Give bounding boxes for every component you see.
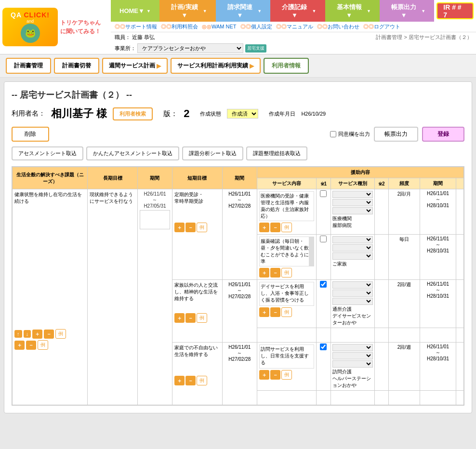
service-type-select-1[interactable] (332, 191, 373, 198)
frequency-1: 2回/月 (390, 191, 418, 198)
status-select[interactable]: 作成済 (227, 109, 258, 119)
nav-basic-button[interactable]: 基本情報▼ (325, 0, 380, 22)
nav-link-settings[interactable]: ◎個人設定 (240, 23, 272, 30)
logo-tagline: トリケアちゃん に聞いてみる！ (60, 18, 101, 36)
short-goal-2-add[interactable]: ＋ (174, 313, 185, 323)
nav-home-button[interactable]: HOME▼ (111, 0, 159, 22)
service-type-select-2c[interactable] (332, 252, 373, 260)
needs-add2-button[interactable]: ＋ (14, 341, 25, 350)
service-type-3-value: 通所介護 (332, 306, 373, 313)
nav-link-manual[interactable]: ◎マニュアル (276, 23, 313, 30)
service-2-add[interactable]: ＋ (259, 268, 269, 277)
import-issue-analysis[interactable]: 課題分析シート取込 (182, 146, 243, 160)
short-goal-3-example[interactable]: 例 (197, 376, 207, 385)
service-type-select-4[interactable] (332, 344, 373, 351)
service-type-select-4c[interactable] (332, 360, 373, 368)
short-goal-1-textarea[interactable]: 定期的受診・ 常時早期受診 (174, 191, 220, 220)
logo-and: and (26, 19, 34, 24)
header-aid-content: 援助内容 (257, 167, 463, 178)
short-goal-1-example[interactable]: 例 (197, 223, 207, 232)
service-content-3-text: デイサービスを利用し、入浴・食事等正しく振る習慣をつける (259, 282, 315, 306)
service-type-select-4b[interactable] (332, 352, 373, 359)
user-label: 利用者名： (12, 109, 45, 118)
needs-add-button[interactable]: ＋ (32, 330, 42, 339)
nav-plan-button[interactable]: 計画/実績▼ (159, 0, 216, 22)
nav-care-button[interactable]: 介護記録▼ (270, 0, 325, 22)
service-detail-3-value: デイサービスセンターおかや (332, 313, 373, 326)
header-service-type: サービス種別 (331, 178, 374, 189)
short-goal-3-add[interactable]: ＋ (174, 376, 185, 385)
sub-nav-plan-switch[interactable]: 計画書切替 (54, 58, 99, 74)
service-content-2-scroll[interactable]: 服薬確認（毎日朝・昼・夕を間違いなく飲むことができるように準 (259, 237, 315, 266)
nav-link-wam[interactable]: ◎WAM NET (202, 24, 237, 30)
service-detail-1-value: 服部病院 (332, 222, 373, 229)
sub-nav-plan-management[interactable]: 計画書管理 (6, 58, 51, 74)
long-period-text: H26/11/01 ～ H27/05/31 (140, 191, 170, 209)
short-goal-3-textarea[interactable]: 家庭での不自由ない生活を維持する (174, 344, 220, 373)
short-goal-1-remove[interactable]: － (185, 223, 196, 232)
delete-button[interactable]: 削除 (12, 127, 49, 142)
header-long-goal: 長期目標 (88, 167, 138, 189)
nav-report-button[interactable]: 帳票出力▼ (380, 0, 434, 22)
service-type-select-3c[interactable] (332, 298, 373, 305)
service-4-remove[interactable]: － (270, 370, 280, 380)
service-3-add[interactable]: ＋ (259, 307, 269, 317)
short-goal-2-textarea[interactable]: 家族以外の人と交流し、精神的な生活を維持する (174, 282, 220, 311)
nav-link-logout[interactable]: ◎ログアウト (363, 23, 400, 30)
service-type-1-value: 医療機関 (332, 215, 373, 222)
note1-check-2[interactable] (320, 236, 327, 242)
sub-nav-user-info[interactable]: 利用者情報 (264, 58, 309, 74)
nav-link-support[interactable]: ◎サポート情報 (115, 23, 157, 30)
service-type-select-2[interactable] (332, 236, 373, 243)
nav-billing-button[interactable]: 請求関連▼ (216, 0, 270, 22)
needs-example2-button[interactable]: 例 (38, 340, 48, 350)
short-goal-1-add[interactable]: ＋ (174, 223, 185, 232)
sub-nav-service-utilization[interactable]: サービス利用計画/利用実績▶ (171, 58, 261, 74)
note1-check-1[interactable] (320, 190, 327, 197)
service-4-add[interactable]: ＋ (259, 370, 269, 380)
nav-link-fee[interactable]: ◎利用料照会 (161, 23, 198, 30)
short-goal-2-remove[interactable]: － (185, 313, 196, 323)
service-type-select-1b[interactable] (332, 199, 373, 206)
service-type-select-3b[interactable] (332, 290, 373, 297)
needs-up-button[interactable]: ↑ (14, 330, 22, 338)
office-select[interactable]: ケアプランセンターおかや (137, 43, 243, 53)
needs-example-button[interactable]: 例 (55, 329, 66, 339)
consent-checkbox[interactable] (330, 131, 336, 137)
note1-check-3[interactable] (320, 281, 327, 288)
needs-remove-button[interactable]: － (44, 330, 54, 339)
service-type-select-2b[interactable] (332, 244, 373, 251)
needs-down-button[interactable]: ↓ (24, 330, 31, 338)
service-3-example[interactable]: 例 (281, 307, 292, 317)
sub-nav-weekly-service[interactable]: 週間サービス計画▶ (102, 58, 168, 74)
service-1-add[interactable]: ＋ (259, 223, 269, 232)
user-search-button[interactable]: 利用者検索 (113, 107, 153, 120)
nav-link-contact[interactable]: ◎お問い合わせ (317, 23, 359, 30)
service-2-example[interactable]: 例 (281, 268, 292, 277)
header-period1: 期間 (138, 167, 172, 189)
short-goal-3-remove[interactable]: － (185, 376, 196, 385)
register-button[interactable]: 登録 (422, 127, 464, 142)
header-scroll (456, 178, 464, 189)
service-3-remove[interactable]: － (270, 307, 280, 317)
short-goal-2-example[interactable]: 例 (197, 313, 207, 323)
staff-name: 近藤 恭弘 (132, 34, 155, 41)
print-button[interactable]: 帳票出力 (374, 127, 418, 142)
service-2-remove[interactable]: － (270, 268, 280, 277)
service-type-select-1c[interactable] (332, 207, 373, 214)
needs-textarea[interactable]: 健康状態を維持し在宅の生活を続ける (14, 191, 85, 326)
note1-check-4[interactable] (320, 343, 327, 350)
service-4-example[interactable]: 例 (281, 370, 292, 380)
import-assessment[interactable]: アセスメントシート取込 (12, 146, 83, 160)
staff-label: 職員： (115, 34, 131, 41)
import-issue-summary[interactable]: 課題整理総括表取込 (246, 146, 307, 160)
page-title: -- 居宅サービス計画書（２） -- (12, 89, 464, 101)
import-easy-assessment[interactable]: かんたんアセスメントシート取込 (86, 146, 179, 160)
mascot-icon: 🐸 (21, 24, 40, 43)
service-1-example[interactable]: 例 (281, 223, 292, 232)
needs-remove2-button[interactable]: － (26, 341, 36, 350)
long-goal-textarea[interactable]: 現状維持できるようにサービスを行なう (90, 191, 135, 239)
service-type-select-3[interactable] (332, 281, 373, 289)
service-1-remove[interactable]: － (270, 223, 280, 232)
ir-badge: IR # # 7 (436, 2, 474, 19)
